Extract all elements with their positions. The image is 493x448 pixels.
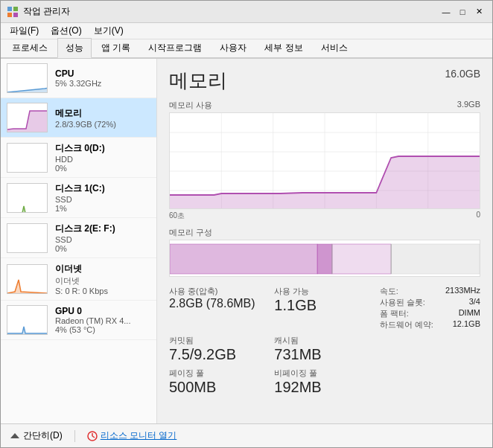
nonpaged-label: 비페이징 풀 — [274, 368, 375, 379]
disk1-type: SSD — [55, 195, 150, 204]
menu-options[interactable]: 옵션(O) — [45, 23, 87, 39]
svg-rect-8 — [7, 144, 48, 173]
network-info: 이더넷 이더넷 S: 0 R: 0 Kbps — [55, 263, 150, 295]
tab-services[interactable]: 서비스 — [313, 38, 356, 57]
slots-label: 사용된 슬롯: — [380, 297, 425, 308]
sidebar-item-network[interactable]: 이더넷 이더넷 S: 0 R: 0 Kbps — [1, 258, 156, 301]
svg-rect-30 — [332, 244, 391, 274]
disk2-mini-chart — [7, 223, 48, 253]
usage-chart — [169, 112, 480, 209]
tab-process[interactable]: 프로세스 — [4, 38, 56, 57]
gpu-mini-chart — [7, 305, 48, 335]
network-label: 이더넷 — [55, 263, 150, 275]
cached-label: 캐시됨 — [274, 335, 375, 346]
hardware-value: 12.1GB — [453, 319, 480, 330]
inuse-label: 사용 중(압축) — [169, 286, 270, 297]
menu-view[interactable]: 보기(V) — [88, 23, 130, 39]
titlebar: 작업 관리자 — □ ✕ — [1, 1, 492, 23]
usage-chart-label: 메모리 사용 3.9GB — [169, 100, 480, 111]
network-usage: S: 0 R: 0 Kbps — [55, 287, 150, 295]
svg-rect-2 — [7, 13, 12, 17]
hardware-row: 하드웨어 예약: 12.1GB — [380, 319, 480, 330]
time-end-label: 0 — [476, 211, 480, 221]
tab-details[interactable]: 세부 정보 — [256, 38, 311, 57]
svg-rect-28 — [170, 244, 317, 274]
speed-row: 속도: 2133MHz — [380, 286, 480, 297]
stat-available: 사용 가능 1.1GB — [274, 286, 375, 330]
svg-rect-3 — [13, 13, 18, 17]
mem-config-chart — [169, 240, 480, 277]
mem-config-label: 메모리 구성 — [169, 227, 480, 238]
cpu-label: CPU — [55, 68, 150, 79]
gpu-model: Radeon (TM) RX 4... — [55, 316, 150, 325]
disk0-mini-chart — [7, 143, 48, 173]
main-total: 16.0GB — [445, 68, 480, 80]
disk2-usage: 0% — [55, 244, 150, 253]
paged-value: 500MB — [169, 379, 270, 396]
tab-apphistory[interactable]: 앱 기록 — [93, 38, 139, 57]
disk0-usage: 0% — [55, 164, 150, 173]
memory-sub: 2.8/3.9GB (72%) — [55, 120, 150, 129]
minimize-button[interactable]: — — [439, 4, 454, 19]
sidebar-item-disk2[interactable]: 디스크 2(E: F:) SSD 0% — [1, 218, 156, 258]
svg-rect-14 — [7, 306, 48, 335]
svg-rect-1 — [13, 7, 18, 11]
app-icon — [7, 6, 19, 18]
speed-value: 2133MHz — [445, 286, 480, 297]
svg-line-37 — [92, 436, 95, 438]
stat-inuse: 사용 중(압축) 2.8GB (78.6MB) — [169, 286, 270, 330]
cached-value: 731MB — [274, 346, 375, 363]
sidebar-item-memory[interactable]: 메모리 2.8/3.9GB (72%) — [1, 98, 156, 138]
nonpaged-value: 192MB — [274, 379, 375, 396]
paged-label: 페이징 풀 — [169, 368, 270, 379]
task-manager-window: 작업 관리자 — □ ✕ 파일(F) 옵션(O) 보기(V) 프로세스 성능 앱… — [0, 0, 493, 448]
sidebar-item-gpu[interactable]: GPU 0 Radeon (TM) RX 4... 4% (53 °C) — [1, 301, 156, 340]
disk1-info: 디스크 1(C:) SSD 1% — [55, 182, 150, 213]
resource-monitor-icon — [87, 431, 98, 441]
committed-label: 커밋됨 — [169, 335, 270, 346]
sidebar: CPU 5% 3.32GHz 메모리 2.8/3.9GB (72%) — [1, 59, 157, 423]
form-value: DIMM — [459, 308, 480, 319]
tab-startup[interactable]: 시작프로그램 — [140, 38, 210, 57]
sidebar-item-cpu[interactable]: CPU 5% 3.32GHz — [1, 59, 156, 98]
disk0-label: 디스크 0(D:) — [55, 142, 150, 155]
tab-users[interactable]: 사용자 — [211, 38, 255, 57]
sidebar-item-disk0[interactable]: 디스크 0(D:) HDD 0% — [1, 138, 156, 178]
available-value: 1.1GB — [274, 297, 375, 314]
titlebar-controls: — □ ✕ — [439, 4, 486, 19]
svg-rect-0 — [7, 7, 12, 11]
titlebar-left: 작업 관리자 — [7, 5, 70, 18]
inuse-value: 2.8GB (78.6MB) — [169, 297, 270, 310]
close-button[interactable]: ✕ — [471, 4, 486, 19]
memory-info: 메모리 2.8/3.9GB (72%) — [55, 107, 150, 129]
svg-rect-11 — [7, 224, 48, 253]
time-start-label: 60초 — [169, 211, 185, 221]
memory-label: 메모리 — [55, 107, 150, 120]
speed-label: 속도: — [380, 286, 398, 297]
menu-file[interactable]: 파일(F) — [4, 23, 45, 39]
hardware-label: 하드웨어 예약: — [380, 319, 433, 330]
simplify-button[interactable]: 간단히(D) — [10, 429, 63, 442]
main-header: 메모리 16.0GB — [169, 68, 480, 94]
maximize-button[interactable]: □ — [455, 4, 470, 19]
stat-paged: 페이징 풀 500MB — [169, 368, 270, 396]
divider — [74, 430, 75, 442]
resource-monitor-label: 리소스 모니터 열기 — [101, 429, 177, 442]
network-type: 이더넷 — [55, 275, 150, 287]
sidebar-item-disk1[interactable]: 디스크 1(C:) SSD 1% — [1, 178, 156, 218]
gpu-usage: 4% (53 °C) — [55, 325, 150, 334]
slots-value: 3/4 — [469, 297, 480, 308]
simplify-label: 간단히(D) — [23, 429, 63, 442]
content-area: CPU 5% 3.32GHz 메모리 2.8/3.9GB (72%) — [1, 59, 492, 423]
disk0-type: HDD — [55, 155, 150, 164]
gpu-info: GPU 0 Radeon (TM) RX 4... 4% (53 °C) — [55, 306, 150, 334]
resource-monitor-button[interactable]: 리소스 모니터 열기 — [87, 429, 177, 442]
svg-rect-9 — [7, 184, 48, 213]
disk0-info: 디스크 0(D:) HDD 0% — [55, 142, 150, 173]
main-panel: 메모리 16.0GB 메모리 사용 3.9GB — [157, 59, 492, 423]
tab-performance[interactable]: 성능 — [57, 38, 92, 58]
svg-rect-29 — [317, 244, 332, 274]
committed-value: 7.5/9.2GB — [169, 346, 270, 363]
usage-label-text: 메모리 사용 — [169, 100, 212, 111]
cpu-mini-chart — [7, 63, 48, 93]
